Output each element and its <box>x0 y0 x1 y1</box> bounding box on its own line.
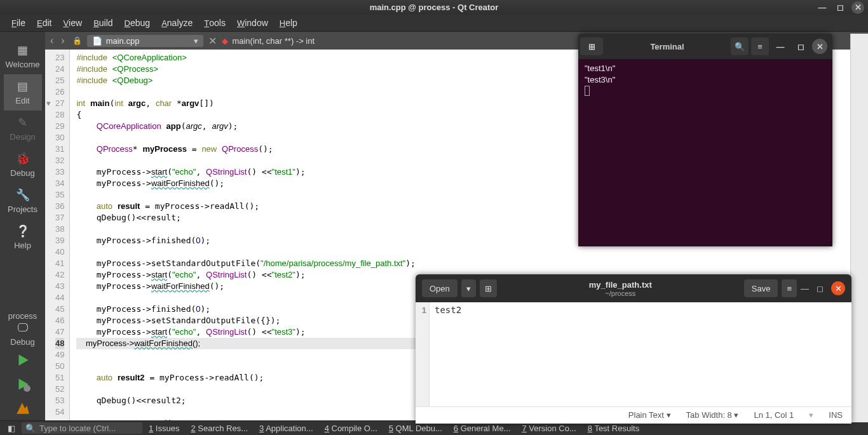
mode-help[interactable]: ❔Help <box>4 219 42 255</box>
wrench-icon: 🔧 <box>16 188 30 202</box>
gedit-tabwidth[interactable]: Tab Width: 8 ▾ <box>686 410 739 420</box>
build-icon[interactable] <box>15 400 31 417</box>
locator-input[interactable]: 🔍Type to locate (Ctrl... <box>22 422 142 434</box>
menu-view[interactable]: View <box>58 17 87 29</box>
menu-tools[interactable]: Tools <box>199 17 231 29</box>
debug-run-icon[interactable] <box>15 376 31 392</box>
terminal-body[interactable]: "test1\n" "test3\n" <box>578 59 832 102</box>
menu-help[interactable]: Help <box>275 17 302 29</box>
titlebar: main.cpp @ process - Qt Creator — ◻ ✕ <box>0 0 868 15</box>
pane-issues[interactable]: 1 Issues <box>144 424 184 433</box>
pane-search[interactable]: 2 Search Res... <box>186 424 253 433</box>
gedit-close-icon[interactable]: ✕ <box>831 281 845 295</box>
gedit-gutter: 1 <box>416 302 430 406</box>
pane-general[interactable]: 6 General Me... <box>449 424 516 433</box>
gedit-insmode[interactable]: INS <box>829 410 843 420</box>
terminal-close-icon[interactable]: ✕ <box>812 39 827 54</box>
pane-tests[interactable]: 8 Test Results <box>583 424 644 433</box>
chevron-icon[interactable]: ▾ <box>194 36 198 46</box>
file-name: main.cpp <box>106 36 140 46</box>
edit-icon: ▤ <box>16 79 30 93</box>
pane-compile[interactable]: 4 Compile O... <box>320 424 383 433</box>
monitor-icon: 🖵 <box>16 321 30 335</box>
terminal-search-icon[interactable]: 🔍 <box>731 37 749 55</box>
menubar: File Edit View Build Debug Analyze Tools… <box>0 15 868 32</box>
minimap-strip[interactable] <box>850 34 868 422</box>
terminal-menu-icon[interactable]: ≡ <box>751 37 769 55</box>
gedit-save-button[interactable]: Save <box>744 279 778 297</box>
nav-forward-icon[interactable]: › <box>58 35 67 46</box>
run-controls <box>15 352 31 420</box>
mode-design: ✎Design <box>4 110 42 147</box>
terminal-line: "test3\n" <box>585 74 826 86</box>
mode-sidebar: ▦Welcome ▤Edit ✎Design 🐞Debug 🔧Projects … <box>0 32 45 420</box>
grid-icon: ▦ <box>16 43 30 57</box>
pane-qml[interactable]: 5 QML Debu... <box>384 424 447 433</box>
tab-close-icon[interactable]: ✕ <box>206 35 219 47</box>
gedit-title: my_file_path.txt~/process <box>501 279 740 297</box>
terminal-title: Terminal <box>605 42 729 51</box>
gedit-text[interactable]: test2 <box>430 302 851 406</box>
minimize-icon[interactable]: — <box>816 1 829 14</box>
gedit-window: Open ▾ ⊞ my_file_path.txt~/process Save … <box>416 274 851 424</box>
menu-window[interactable]: Window <box>232 17 273 29</box>
terminal-min-icon[interactable]: — <box>771 37 789 55</box>
window-controls: — ◻ ✕ <box>816 1 864 14</box>
terminal-titlebar[interactable]: ⊞ Terminal 🔍 ≡ — ◻ ✕ <box>578 34 832 59</box>
bug-icon: 🐞 <box>16 152 30 166</box>
mode-debug[interactable]: 🐞Debug <box>4 147 42 183</box>
func-icon: ◆ <box>222 36 228 46</box>
file-icon: 📄 <box>92 36 102 46</box>
nav-lock-icon[interactable]: 🔒 <box>70 36 85 45</box>
terminal-window: ⊞ Terminal 🔍 ≡ — ◻ ✕ "test1\n" "test3\n" <box>578 34 832 246</box>
mode-welcome[interactable]: ▦Welcome <box>4 38 42 74</box>
gedit-dd-icon[interactable]: ▾ <box>809 410 813 420</box>
window-title: main.cpp @ process - Qt Creator <box>370 3 499 12</box>
gedit-filetype[interactable]: Plain Text ▾ <box>628 410 671 420</box>
gedit-open-dd[interactable]: ▾ <box>461 279 476 297</box>
mode-projects[interactable]: 🔧Projects <box>4 183 42 219</box>
terminal-newtab-icon[interactable]: ⊞ <box>580 37 603 55</box>
file-tab[interactable]: 📄main.cpp▾ <box>87 35 204 47</box>
terminal-max-icon[interactable]: ◻ <box>792 37 810 55</box>
terminal-line: "test1\n" <box>585 63 826 74</box>
menu-edit[interactable]: Edit <box>32 17 57 29</box>
gedit-cursor-pos: Ln 1, Col 1 <box>754 410 794 420</box>
gedit-menu-icon[interactable]: ≡ <box>782 279 797 297</box>
mode-edit[interactable]: ▤Edit <box>4 74 42 110</box>
kit-selector[interactable]: process🖵Debug <box>4 306 42 352</box>
gedit-min-icon[interactable]: — <box>801 284 809 293</box>
menu-file[interactable]: File <box>6 17 31 29</box>
menu-debug[interactable]: Debug <box>119 17 156 29</box>
menu-analyze[interactable]: Analyze <box>156 17 198 29</box>
pencil-icon: ✎ <box>16 116 30 130</box>
gedit-wincontrols: — ◻ ✕ <box>801 281 845 295</box>
svg-point-0 <box>24 385 31 392</box>
pane-vcs[interactable]: 7 Version Co... <box>517 424 581 433</box>
gedit-newtab-icon[interactable]: ⊞ <box>480 279 497 297</box>
terminal-cursor <box>585 86 590 96</box>
line-gutter[interactable]: 2324252627282930313233343536373839404142… <box>45 50 70 420</box>
gedit-body: 1 test2 <box>416 302 851 406</box>
nav-back-icon[interactable]: ‹ <box>48 35 56 46</box>
gedit-max-icon[interactable]: ◻ <box>817 284 824 293</box>
pane-appout[interactable]: 3 Application... <box>254 424 318 433</box>
symbol-crumb[interactable]: ◆main(int, char **) -> int <box>222 36 315 46</box>
toggle-sidebar-icon[interactable]: ◧ <box>3 424 20 433</box>
run-icon[interactable] <box>15 352 31 368</box>
close-icon[interactable]: ✕ <box>851 1 864 14</box>
help-icon: ❔ <box>16 224 30 238</box>
gedit-header[interactable]: Open ▾ ⊞ my_file_path.txt~/process Save … <box>416 274 851 302</box>
maximize-icon[interactable]: ◻ <box>834 1 846 14</box>
menu-build[interactable]: Build <box>88 17 118 29</box>
gedit-open-button[interactable]: Open <box>422 279 458 297</box>
search-icon: 🔍 <box>25 424 36 433</box>
gedit-status: Plain Text ▾ Tab Width: 8 ▾ Ln 1, Col 1 … <box>416 406 851 423</box>
